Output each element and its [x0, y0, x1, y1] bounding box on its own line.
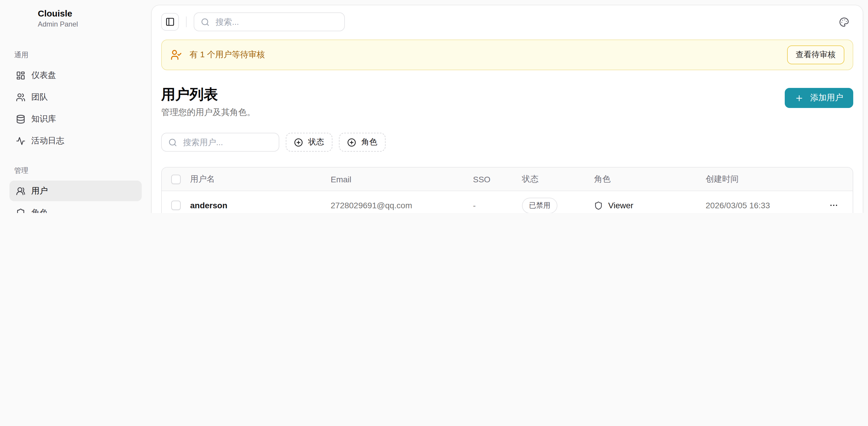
sso-empty: -	[473, 201, 476, 210]
main-panel: 有 1 个用户等待审核 查看待审核 用户列表 管理您的用户及其角色。 添加用户 …	[151, 5, 863, 213]
add-user-button[interactable]: 添加用户	[785, 88, 853, 108]
row-menu-button[interactable]	[826, 197, 842, 213]
sidebar-item-activity[interactable]: 活动日志	[9, 130, 142, 151]
sidebar-item-users[interactable]: 团队	[9, 87, 142, 107]
status-badge: 已禁用	[522, 198, 557, 213]
sidebar-item-label: 知识库	[31, 113, 56, 124]
page-header-text: 用户列表 管理您的用户及其角色。	[161, 87, 255, 118]
row-checkbox[interactable]	[171, 201, 181, 210]
username-text: anderson	[190, 201, 227, 210]
page-header: 用户列表 管理您的用户及其角色。 添加用户	[161, 87, 853, 118]
sso-cell: -	[473, 201, 522, 210]
username-cell: anderson	[190, 201, 331, 210]
shield-icon	[594, 201, 603, 210]
pending-review-banner: 有 1 个用户等待审核 查看待审核	[161, 39, 853, 70]
role-text: Viewer	[608, 201, 633, 210]
sidebar-item-users-round[interactable]: 用户	[9, 181, 142, 201]
sidebar-item-label: 团队	[31, 92, 48, 102]
palette-icon	[839, 17, 849, 27]
shield-icon	[16, 208, 25, 213]
col-created: 创建时间	[706, 174, 819, 185]
email-cell: 2728029691@qq.com	[331, 201, 473, 210]
row-checkbox-cell	[162, 201, 190, 210]
status-filter-label: 状态	[308, 137, 324, 148]
col-email: Email	[331, 175, 473, 184]
sidebar: Clouisle Admin Panel 通用仪表盘团队知识库活动日志管理用户角…	[0, 0, 151, 213]
activity-icon	[16, 136, 25, 145]
sidebar-nav: 通用仪表盘团队知识库活动日志管理用户角色权限API 密钥模型工具通知记忆审计日志	[9, 28, 142, 213]
sidebar-item-label: 仪表盘	[31, 70, 56, 80]
actions-cell	[819, 197, 852, 213]
add-user-label: 添加用户	[810, 93, 843, 103]
header-checkbox-cell	[162, 175, 190, 184]
sidebar-item-label: 用户	[31, 186, 48, 196]
sidebar-toggle-button[interactable]	[161, 13, 179, 31]
database-icon	[16, 114, 25, 124]
theme-button[interactable]	[834, 12, 853, 31]
search-icon	[201, 18, 210, 26]
search-icon	[168, 138, 177, 147]
app-root: Clouisle Admin Panel 通用仪表盘团队知识库活动日志管理用户角…	[0, 0, 868, 213]
panel-left-icon	[165, 17, 175, 27]
layout-dashboard-icon	[16, 70, 25, 80]
page-title: 用户列表	[161, 87, 255, 102]
user-search[interactable]	[161, 133, 279, 152]
status-cell: 已禁用	[522, 198, 594, 213]
table-filters: 状态 角色	[161, 133, 853, 152]
circle-plus-icon	[347, 138, 356, 147]
sidebar-item-database[interactable]: 知识库	[9, 108, 142, 129]
users-table: 用户名 Email SSO 状态 角色 创建时间 anderson2728029…	[161, 167, 853, 213]
user-check-icon	[170, 49, 182, 61]
ellipsis-icon	[829, 201, 838, 210]
global-search[interactable]	[194, 12, 345, 31]
sidebar-item-label: 活动日志	[31, 135, 64, 146]
app-name: Clouisle	[38, 8, 142, 19]
page-subtitle: 管理您的用户及其角色。	[161, 107, 255, 118]
topbar	[161, 5, 853, 31]
col-status: 状态	[522, 174, 594, 185]
topbar-divider	[186, 17, 187, 27]
status-filter-button[interactable]: 状态	[286, 133, 333, 152]
col-username: 用户名	[190, 174, 331, 185]
select-all-checkbox[interactable]	[171, 175, 181, 184]
global-search-input[interactable]	[214, 17, 338, 27]
user-search-input[interactable]	[182, 137, 272, 148]
app-subtitle: Admin Panel	[38, 20, 142, 28]
table-row: anderson2728029691@qq.com-已禁用Viewer2026/…	[162, 192, 852, 213]
col-role: 角色	[594, 174, 706, 185]
role-filter-label: 角色	[361, 137, 377, 148]
col-sso: SSO	[473, 175, 522, 184]
plus-icon	[795, 94, 804, 102]
circle-plus-icon	[294, 138, 303, 147]
sidebar-item-label: 角色	[31, 207, 48, 213]
sidebar-group-label: 通用	[14, 50, 142, 60]
view-pending-button[interactable]: 查看待审核	[787, 45, 844, 64]
users-round-icon	[16, 186, 25, 196]
role-filter-button[interactable]: 角色	[339, 133, 385, 152]
created-cell: 2026/03/05 16:33	[706, 201, 819, 210]
sidebar-item-shield[interactable]: 角色	[9, 202, 142, 213]
banner-text: 有 1 个用户等待审核	[190, 50, 265, 60]
users-icon	[16, 92, 25, 102]
sidebar-group-label: 管理	[14, 166, 142, 176]
role-cell: Viewer	[594, 201, 706, 210]
app-brand: Clouisle Admin Panel	[9, 0, 142, 28]
table-body: anderson2728029691@qq.com-已禁用Viewer2026/…	[162, 192, 852, 213]
table-header-row: 用户名 Email SSO 状态 角色 创建时间	[162, 168, 852, 192]
sidebar-item-layout-dashboard[interactable]: 仪表盘	[9, 65, 142, 86]
